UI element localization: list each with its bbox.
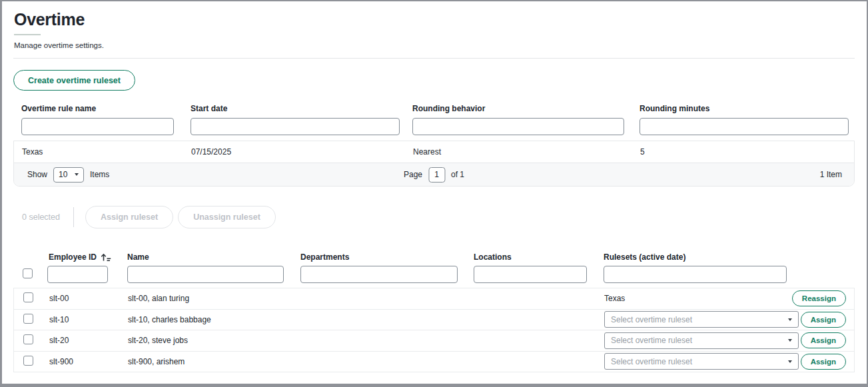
row-checkbox[interactable] [23,314,33,324]
cell-employee-id: slt-900 [41,357,120,366]
assign-button[interactable]: Assign [801,312,846,328]
employees-table-header: Employee ID Name Departments Locations R… [13,252,855,262]
cell-employee-id: slt-10 [41,315,120,324]
rulesets-table-body: Texas 07/15/2025 Nearest 5 Show 10 Items [13,141,855,187]
filter-input-name[interactable] [127,266,284,283]
page-label: Page [404,170,422,179]
table-row: slt-00 slt-00, alan turing Texas Reassig… [14,288,854,310]
column-header-departments: Departments [292,252,466,262]
chevron-down-icon [788,360,792,363]
assigned-ruleset-label: Texas [604,294,625,303]
column-header-name: Name [119,252,292,262]
filter-input-locations[interactable] [474,266,587,283]
page-size-select[interactable]: 10 [53,167,84,183]
filter-input-rulesets[interactable] [604,266,787,283]
assign-button[interactable]: Assign [801,332,846,348]
select-placeholder: Select overtime ruleset [611,315,692,324]
cell-name: slt-20, steve jobs [120,336,293,345]
page-subtitle: Manage overtime settings. [14,41,855,49]
page-number-value: 1 [434,170,439,179]
cell-ruleset: Select overtime ruleset Assign [596,332,854,349]
employee-id-label: Employee ID [49,252,97,262]
chevron-down-icon [788,318,792,321]
cell-name: slt-00, alan turing [120,294,293,303]
title-underline [14,34,41,35]
cell-employee-id: slt-00 [41,294,120,303]
header-divider [13,58,855,59]
column-header-start-date: Start date [183,104,404,113]
assign-button[interactable]: Assign [801,354,846,370]
assign-ruleset-button[interactable]: Assign ruleset [85,206,173,228]
bulk-actions-bar: 0 selected Assign ruleset Unassign rules… [13,206,855,228]
table-row: slt-20 slt-20, steve jobs Select overtim… [14,330,854,352]
page-title: Overtime [14,10,855,29]
cell-ruleset: Texas Reassign [596,290,854,306]
cell-name: slt-10, charles babbage [120,315,293,324]
unassign-ruleset-button[interactable]: Unassign ruleset [178,206,276,228]
page-number-input[interactable]: 1 [428,167,445,183]
employees-table-body: slt-00 slt-00, alan turing Texas Reassig… [13,288,855,372]
cell-employee-id: slt-20 [41,336,120,345]
select-placeholder: Select overtime ruleset [611,357,692,366]
show-label: Show [27,170,47,179]
overtime-page: Overtime Manage overtime settings. Creat… [0,0,868,387]
page-of-label: of 1 [451,170,464,179]
items-count: 1 Item [820,170,842,179]
page-size-value: 10 [59,170,67,179]
filter-input-employee-id[interactable] [47,266,108,283]
cell-name: slt-900, arishem [120,357,293,366]
selected-count: 0 selected [22,212,60,222]
column-header-rounding-minutes: Rounding minutes [632,104,855,113]
create-overtime-ruleset-button[interactable]: Create overtime ruleset [13,70,135,91]
filter-input-rule-name[interactable] [21,118,174,135]
column-header-rulesets: Rulesets (active date) [596,252,855,262]
filter-input-start-date[interactable] [191,118,400,135]
sort-ascending-icon[interactable] [101,253,111,262]
column-header-employee-id[interactable]: Employee ID [41,252,119,262]
rulesets-table-header: Overtime rule name Start date Rounding b… [13,104,855,113]
cell-ruleset: Select overtime ruleset Assign [596,353,854,370]
chevron-down-icon [788,339,792,342]
chevron-down-icon [75,173,79,176]
cell-rounding-minutes: 5 [632,147,854,157]
cell-rule-name: Texas [14,147,183,157]
pagination-bar: Show 10 Items Page 1 of 1 [14,163,854,186]
cell-start-date: 07/15/2025 [183,147,405,157]
cell-ruleset: Select overtime ruleset Assign [596,311,854,328]
table-row: slt-900 slt-900, arishem Select overtime… [14,352,854,373]
table-row[interactable]: Texas 07/15/2025 Nearest 5 [14,141,854,163]
select-placeholder: Select overtime ruleset [611,336,692,345]
row-checkbox[interactable] [23,356,33,366]
employees-filter-row [13,266,855,283]
row-checkbox[interactable] [23,292,33,302]
filter-input-rounding-behavior[interactable] [412,118,624,135]
ruleset-select[interactable]: Select overtime ruleset [604,353,799,370]
cell-rounding-behavior: Nearest [405,147,632,157]
filter-input-departments[interactable] [300,266,458,283]
employees-table: Employee ID Name Departments Locations R… [13,252,855,372]
select-all-checkbox[interactable] [23,268,33,278]
rulesets-filter-row [13,118,855,135]
table-row: slt-10 slt-10, charles babbage Select ov… [14,310,854,331]
row-checkbox[interactable] [23,334,33,344]
column-header-rounding-behavior: Rounding behavior [404,104,632,113]
ruleset-select[interactable]: Select overtime ruleset [604,311,799,328]
rulesets-table: Overtime rule name Start date Rounding b… [13,104,855,187]
bulk-divider [73,207,74,227]
reassign-button[interactable]: Reassign [792,290,846,306]
items-label: Items [90,170,109,179]
column-header-rule-name: Overtime rule name [13,104,183,113]
ruleset-select[interactable]: Select overtime ruleset [604,332,799,349]
filter-input-rounding-minutes[interactable] [640,118,849,135]
column-header-locations: Locations [466,252,596,262]
